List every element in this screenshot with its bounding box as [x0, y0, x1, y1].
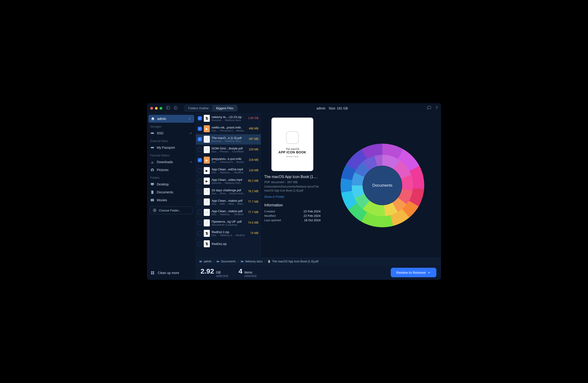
sunburst-chart[interactable]: Documents — [324, 114, 441, 257]
sidebar-toggle-icon[interactable] — [166, 106, 170, 111]
file-type-icon: ▶ — [204, 125, 210, 132]
file-type-icon: 📄 — [204, 188, 210, 195]
file-name: nektony te...-10-23.zip — [212, 115, 246, 119]
clean-up-more-button[interactable]: Clean up more — [147, 267, 196, 278]
sidebar-header-external: External Disks — [147, 137, 196, 144]
total-size-label: Size: 181 GB — [329, 106, 348, 110]
file-row[interactable]: ✓▶netflix-nik...pravil.m4bDoc… ›Personal… — [196, 124, 261, 134]
svg-rect-0 — [167, 106, 170, 109]
file-path: Doc… ›Nektony d… ›RedDot — [212, 234, 248, 237]
checkmark-icon: ✓ — [188, 117, 191, 121]
file-checkbox[interactable] — [198, 179, 202, 183]
divider — [233, 269, 233, 277]
file-type-icon: ▶ — [204, 167, 210, 174]
crumb-admin[interactable]: admin — [204, 260, 212, 263]
sidebar-item-pictures[interactable]: Pictures — [147, 166, 196, 174]
file-checkbox[interactable] — [198, 169, 202, 173]
sidebar-item-downloads[interactable]: Downloads ✓ — [147, 158, 196, 166]
minimize-icon[interactable] — [155, 107, 158, 110]
sidebar-item-my-passport[interactable]: My Passport — [147, 144, 196, 152]
file-checkbox[interactable] — [198, 221, 202, 225]
tab-biggest-files[interactable]: Biggest Files — [212, 105, 237, 111]
file-checkbox[interactable] — [198, 242, 202, 246]
sidebar: admin ✓ Storages SSD ✓ External Disks My… — [147, 114, 196, 280]
sidebar-item-label: Desktop — [157, 182, 169, 186]
document-icon — [150, 190, 154, 194]
sidebar-item-label: admin — [157, 117, 166, 121]
selected-items-stat: 4 Itemsselected — [239, 267, 256, 278]
crumb-documents[interactable]: Documents — [221, 260, 236, 263]
file-type-icon: 🗜 — [204, 115, 210, 122]
file-row[interactable]: 🗜RedDot 2.zipDoc… ›Nektony d… ›RedDot74 … — [196, 229, 261, 239]
modified-value: 22 Feb 2024 — [304, 214, 320, 217]
file-row[interactable]: 📄App Clean...ntation.pdfDoc… ›Nektony … … — [196, 208, 261, 218]
show-in-finder-link[interactable]: Show in Finder — [264, 195, 284, 198]
sidebar-item-desktop[interactable]: Desktop — [147, 180, 196, 188]
file-checkbox[interactable] — [198, 200, 202, 204]
file-path: Docume… ›Nektony docs — [212, 182, 246, 184]
created-label: Created — [264, 210, 275, 213]
last-opened-value: 16 Oct 2024 — [304, 218, 320, 222]
file-name: App Clean...ntation.pdf — [212, 199, 246, 202]
last-opened-label: Last opened — [264, 218, 281, 222]
feedback-icon[interactable] — [427, 106, 431, 111]
file-path: Docume… ›Nektony docs — [212, 140, 247, 142]
file-checkbox[interactable] — [198, 190, 202, 193]
svg-rect-11 — [151, 271, 152, 273]
folder-icon — [216, 260, 220, 263]
file-row[interactable]: 📄App Clean...ntation.pdfDoc… ›Nek… ›Red…… — [196, 197, 261, 208]
file-name: App Clean...ntation.pdf — [212, 210, 246, 213]
file-size: 78.2 MB — [248, 190, 258, 193]
file-row[interactable]: 🗜RedDot.zip — [196, 239, 261, 249]
detail-subtitle: PDF document - 397 MB — [264, 180, 320, 184]
back-icon[interactable] — [173, 106, 178, 111]
file-checkbox[interactable]: ✓ — [198, 137, 202, 141]
file-row[interactable]: ▶App Clean...edDot.mp4Doc… ›Nektony … ›R… — [196, 166, 261, 176]
file-row[interactable]: ✓▶prepyatstv...k-put.m4bDoc… ›Personal d… — [196, 155, 261, 166]
file-detail-pane: The macOS APP ICON BOOK Michael Flarup T… — [261, 114, 324, 257]
sidebar-item-documents[interactable]: Documents — [147, 188, 196, 196]
file-row[interactable]: ✓📄The macO...k [1.0].pdfDocume… ›Nektony… — [196, 134, 261, 145]
window-controls — [150, 107, 162, 110]
sidebar-item-admin[interactable]: admin ✓ — [148, 115, 194, 123]
file-checkbox[interactable]: ✓ — [198, 116, 202, 120]
tab-folders-outline[interactable]: Folders Outline — [185, 105, 212, 111]
file-name: App Clean...edDot.mp4 — [212, 168, 247, 171]
file-type-icon: ▶ — [204, 157, 210, 164]
file-checkbox[interactable]: ✓ — [198, 158, 202, 162]
crumb-file[interactable]: The macOS App Icon Book [1.0].pdf — [272, 260, 318, 263]
file-list[interactable]: ✓🗜nektony te...-10-23.zipDocume… ›Nekton… — [196, 114, 261, 257]
file-row[interactable]: 📄NOM Girls'...festyle.pdfDoc… ›Person… ›… — [196, 145, 261, 155]
zoom-icon[interactable] — [160, 107, 162, 110]
preview-author: Michael Flarup — [286, 155, 298, 158]
crumb-nektony[interactable]: Nektony docs — [245, 260, 263, 263]
detail-title: The macOS App Icon Book [1.... — [264, 175, 320, 179]
svg-rect-12 — [153, 271, 154, 273]
file-row[interactable]: ✓🗜nektony te...-10-23.zipDocume… ›Nekton… — [196, 114, 261, 124]
review-to-remove-button[interactable]: Review to Remove — [391, 268, 436, 277]
file-row[interactable]: 📄Презента...ng UP .pdfDocuments ›Coachin… — [196, 218, 261, 229]
close-icon[interactable] — [150, 107, 153, 110]
download-icon — [150, 160, 154, 164]
file-path: Doc… ›Person… ›LoveMark — [212, 150, 247, 153]
sidebar-item-movies[interactable]: Movies — [147, 196, 196, 204]
file-checkbox[interactable] — [198, 148, 202, 152]
selected-items-sub: selected — [244, 274, 256, 278]
file-checkbox[interactable] — [198, 231, 202, 235]
preview-line-2: APP ICON BOOK — [278, 150, 306, 154]
plus-circle-icon — [153, 209, 157, 212]
file-checkbox[interactable] — [198, 210, 202, 214]
sidebar-item-label: My Passport — [157, 146, 175, 150]
file-name: 20 days challenge.pdf — [212, 189, 246, 192]
file-checkbox[interactable]: ✓ — [198, 127, 202, 131]
file-row[interactable]: ▶App Clean...video.mp4Docume… ›Nektony d… — [196, 176, 261, 187]
help-icon[interactable]: ? — [435, 106, 438, 111]
svg-rect-13 — [151, 273, 152, 274]
checkmark-icon: ✓ — [189, 131, 192, 135]
sidebar-item-ssd[interactable]: SSD ✓ — [147, 129, 196, 137]
file-path: Doc… ›Nektony … ›RedDot — [212, 171, 247, 174]
file-row[interactable]: 📄20 days challenge.pdfDoc… ›Pers… ›Socia… — [196, 187, 261, 197]
file-name: RedDot 2.zip — [212, 230, 248, 234]
file-type-icon: 📄 — [204, 219, 210, 226]
choose-folder-button[interactable]: Choose Folder... — [150, 206, 193, 214]
